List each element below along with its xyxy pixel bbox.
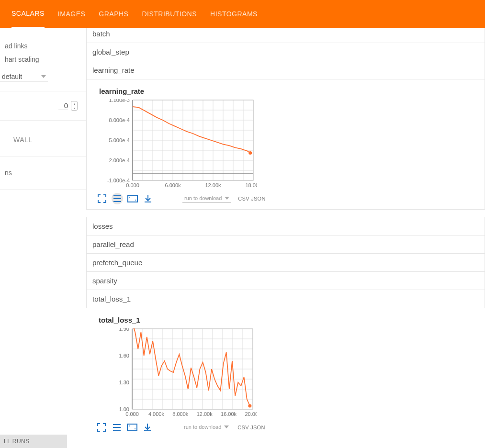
smoothing-input[interactable] <box>58 101 68 110</box>
panel-total-loss-1[interactable]: total_loss_1 <box>86 290 485 308</box>
csv-json-links[interactable]: CSV JSON <box>238 196 265 202</box>
scaling-dropdown[interactable]: default <box>0 71 48 81</box>
svg-text:1.100e-3: 1.100e-3 <box>109 99 130 103</box>
tab-images[interactable]: IMAGES <box>58 0 85 27</box>
divider <box>0 189 86 190</box>
log-axis-icon[interactable] <box>112 193 123 204</box>
svg-text:8.000e-4: 8.000e-4 <box>109 117 130 123</box>
svg-text:16.00k: 16.00k <box>221 411 237 417</box>
topbar: SCALARS IMAGES GRAPHS DISTRIBUTIONS HIST… <box>0 0 485 28</box>
svg-text:8.000k: 8.000k <box>172 411 189 417</box>
svg-text:1.60: 1.60 <box>119 353 129 358</box>
download-icon[interactable] <box>142 422 153 433</box>
chart-title: learning_rate <box>94 87 477 95</box>
svg-point-75 <box>135 428 135 429</box>
sidebar-ns: ns <box>0 166 86 179</box>
chart-title: total_loss_1 <box>94 316 477 324</box>
svg-point-72 <box>248 404 251 408</box>
fit-domain-icon[interactable] <box>126 422 138 433</box>
chart-learning-rate[interactable]: 1.100e-38.000e-45.000e-42.000e-4-1.000e-… <box>94 99 257 190</box>
svg-text:4.000k: 4.000k <box>148 411 165 417</box>
content: batch global_step learning_rate learning… <box>86 28 485 448</box>
svg-rect-35 <box>128 195 137 202</box>
chart-toolbar: run to download CSV JSON <box>94 422 477 433</box>
panel-sparsity[interactable]: sparsity <box>86 272 485 290</box>
chart-card-total-loss: total_loss_1 1.901.601.301.000.0004.000k… <box>86 308 485 438</box>
panel-parallel-read[interactable]: parallel_read <box>86 235 485 254</box>
panel-global-step[interactable]: global_step <box>86 43 485 61</box>
chart-toolbar: run to download CSV JSON <box>94 193 477 204</box>
tab-distributions[interactable]: DISTRIBUTIONS <box>142 0 197 27</box>
panel-prefetch-queue[interactable]: prefetch_queue <box>86 254 485 272</box>
download-icon[interactable] <box>142 193 154 204</box>
csv-json-links[interactable]: CSV JSON <box>237 425 265 430</box>
svg-text:12.00k: 12.00k <box>205 182 221 188</box>
svg-point-34 <box>248 151 252 155</box>
svg-text:2.000e-4: 2.000e-4 <box>109 157 130 163</box>
sidebar: ad links hart scaling default ▴▾ WALL ns… <box>0 28 86 448</box>
chevron-down-icon <box>224 426 229 428</box>
run-select-label: run to download <box>184 195 222 201</box>
svg-text:0.000: 0.000 <box>126 182 139 188</box>
divider <box>0 120 86 121</box>
chevron-down-icon <box>225 197 229 200</box>
run-to-download[interactable]: run to download <box>182 195 231 202</box>
tab-graphs[interactable]: GRAPHS <box>99 0 128 27</box>
svg-rect-73 <box>127 424 137 431</box>
divider <box>0 91 86 91</box>
xaxis-wall[interactable]: WALL <box>0 130 86 144</box>
expand-icon[interactable] <box>96 193 108 204</box>
sidebar-links[interactable]: ad links <box>0 39 86 53</box>
tab-scalars[interactable]: SCALARS <box>11 0 45 28</box>
run-to-download[interactable]: run to download <box>182 424 231 431</box>
scaling-value: default <box>2 73 22 80</box>
stepper[interactable]: ▴▾ <box>71 101 78 111</box>
toggle-all-runs[interactable]: LL RUNS <box>0 435 67 448</box>
tab-histograms[interactable]: HISTOGRAMS <box>210 0 258 27</box>
sidebar-scaling[interactable]: hart scaling <box>0 53 86 66</box>
panel-batch[interactable]: batch <box>86 28 485 43</box>
svg-text:18.00k: 18.00k <box>245 182 257 188</box>
svg-text:0.000: 0.000 <box>125 411 139 417</box>
chevron-down-icon <box>41 75 46 78</box>
svg-text:5.000e-4: 5.000e-4 <box>109 137 130 143</box>
svg-point-74 <box>129 426 130 426</box>
run-select-label: run to download <box>184 424 221 430</box>
fit-domain-icon[interactable] <box>127 193 138 204</box>
log-axis-icon[interactable] <box>111 422 123 433</box>
svg-text:12.00k: 12.00k <box>197 411 213 417</box>
svg-point-36 <box>129 197 130 198</box>
svg-text:20.00k: 20.00k <box>245 411 257 417</box>
chart-card-learning-rate: learning_rate 1.100e-38.000e-45.000e-42.… <box>86 79 485 210</box>
expand-icon[interactable] <box>96 422 107 433</box>
divider <box>0 156 86 157</box>
svg-text:1.30: 1.30 <box>119 380 129 385</box>
panel-learning-rate[interactable]: learning_rate <box>86 61 485 79</box>
svg-point-37 <box>135 200 136 201</box>
panel-losses[interactable]: losses <box>86 217 485 235</box>
chart-total-loss[interactable]: 1.901.601.301.000.0004.000k8.000k12.00k1… <box>94 328 257 419</box>
svg-text:1.90: 1.90 <box>119 328 129 332</box>
svg-text:6.000k: 6.000k <box>165 182 181 188</box>
